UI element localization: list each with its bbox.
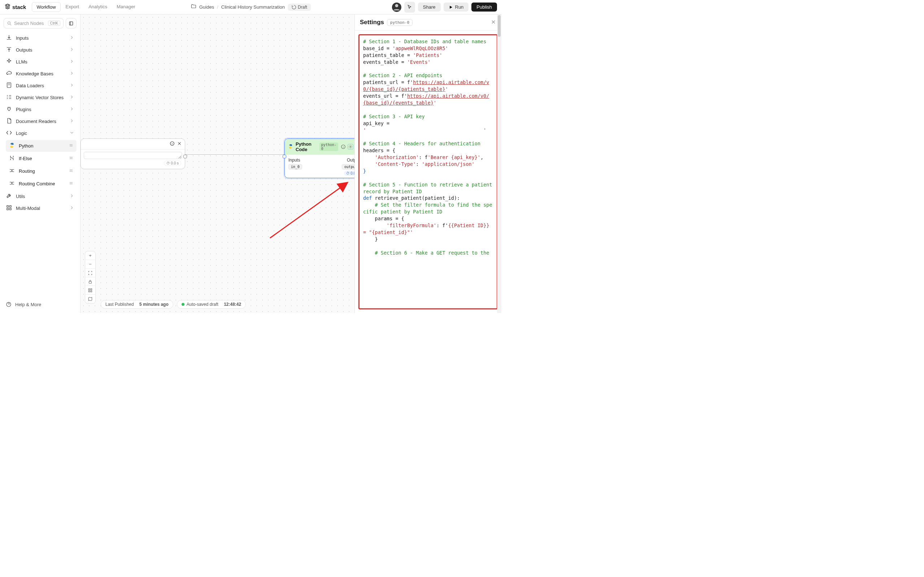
info-icon[interactable] <box>340 144 346 150</box>
node-content-area[interactable] <box>84 152 182 159</box>
breadcrumb: Guides / Clinical History Summarization … <box>191 3 311 11</box>
python-node[interactable]: Python Code python-0 Inputs in_0 Output … <box>284 139 354 178</box>
settings-panel: Settings python-0 # Section 1 - Database… <box>354 15 501 313</box>
share-button[interactable]: Share <box>418 3 441 11</box>
info-icon[interactable] <box>170 141 175 147</box>
sidebar-item-inputs[interactable]: Inputs <box>3 32 76 44</box>
svg-rect-2 <box>7 82 11 88</box>
edge[interactable] <box>185 154 284 155</box>
folder-icon <box>191 3 196 10</box>
canvas[interactable]: ⏱ 0.0 s Python Code python-0 Inputs in_0 <box>81 15 354 313</box>
brand-logo: stack <box>4 3 26 11</box>
sidebar-subitem-routing[interactable]: Routing <box>6 165 76 177</box>
sidebar-subitem-routing-combine[interactable]: Routing Combine <box>6 178 76 190</box>
svg-rect-14 <box>89 291 90 292</box>
sidebar-item-plugins[interactable]: Plugins <box>3 103 76 115</box>
help-button[interactable]: Help & More <box>3 299 76 309</box>
route-icon <box>9 167 15 175</box>
chevron-right-icon <box>69 35 74 41</box>
sidebar-item-utils[interactable]: Utils <box>3 190 76 202</box>
sidebar-item-outputs[interactable]: Outputs <box>3 44 76 56</box>
close-icon[interactable] <box>491 19 496 26</box>
sidebar-item-multi-modal[interactable]: Multi-Modal <box>3 202 76 214</box>
svg-rect-4 <box>10 206 11 207</box>
tab-manager[interactable]: Manager <box>112 2 139 12</box>
auto-saved-pill: Auto-saved draft 12:48:42 <box>177 300 246 309</box>
grip-icon[interactable] <box>69 143 74 149</box>
node-timing: ⏱ 0.0 s <box>344 171 354 176</box>
sidebar-item-llms[interactable]: LLMs <box>3 56 76 68</box>
output-port-label: output <box>342 164 354 169</box>
fit-button[interactable] <box>85 269 95 277</box>
topbar-right: Share Run Publish <box>392 2 497 13</box>
last-published-pill: Last Published 5 minutes ago <box>101 300 173 309</box>
tab-analytics[interactable]: Analytics <box>84 2 111 12</box>
svg-rect-1 <box>69 22 73 25</box>
minimap-button[interactable] <box>85 286 95 295</box>
svg-rect-13 <box>90 288 92 290</box>
collapse-sidebar-button[interactable] <box>66 18 76 29</box>
svg-rect-15 <box>90 291 92 292</box>
settings-node-tag: python-0 <box>387 19 412 26</box>
sidebar: Search Nodes CtrlK Inputs Outputs LLMs K… <box>0 15 81 313</box>
avatar[interactable] <box>392 3 401 12</box>
tab-workflow[interactable]: Workflow <box>32 2 60 12</box>
publish-button[interactable]: Publish <box>472 3 497 11</box>
cursor-mode-button[interactable] <box>404 2 415 13</box>
sidebar-item-knowledge-bases[interactable]: Knowledge Bases <box>3 68 76 80</box>
database-icon <box>6 82 12 89</box>
sidebar-item-logic[interactable]: Logic <box>3 127 76 139</box>
svg-rect-6 <box>10 208 11 210</box>
search-input[interactable]: Search Nodes CtrlK <box>3 18 63 29</box>
code-icon <box>6 129 12 137</box>
download-icon <box>6 34 12 42</box>
outputs-label: Output <box>347 158 354 163</box>
run-button[interactable]: Run <box>444 3 469 11</box>
status-dot-icon <box>181 303 184 306</box>
input-port-label: in_0 <box>288 164 302 169</box>
lock-button[interactable] <box>85 277 95 286</box>
cloud-icon <box>6 70 12 77</box>
wrench-icon <box>6 193 12 200</box>
sparkle-icon <box>6 58 12 66</box>
close-icon[interactable] <box>177 141 182 147</box>
code-editor[interactable]: # Section 1 - Database IDs and table nam… <box>359 34 498 309</box>
upstream-node[interactable]: ⏱ 0.0 s <box>81 139 185 169</box>
settings-title: Settings <box>360 19 384 26</box>
nav-tabs: Workflow Export Analytics Manager <box>32 2 139 12</box>
scrollbar-thumb[interactable] <box>498 15 501 37</box>
stack-icon <box>4 3 11 11</box>
svg-rect-3 <box>7 206 9 207</box>
sidebar-item-document-readers[interactable]: Document Readers <box>3 115 76 127</box>
breadcrumb-page[interactable]: Clinical History Summarization <box>221 4 285 10</box>
brand-text: stack <box>12 4 26 10</box>
breadcrumb-folder[interactable]: Guides <box>199 4 214 10</box>
sidebar-subitem-python[interactable]: Python <box>6 140 76 152</box>
sidebar-item-data-loaders[interactable]: Data Loaders <box>3 80 76 92</box>
zoom-out-button[interactable]: − <box>85 260 95 269</box>
map-button[interactable] <box>85 295 95 303</box>
grid-icon <box>6 205 12 212</box>
output-port[interactable] <box>183 155 187 158</box>
search-icon <box>7 21 12 26</box>
sidebar-subitem-if-else[interactable]: If-Else <box>6 153 76 164</box>
node-id-tag: python-0 <box>320 142 338 151</box>
gear-icon[interactable] <box>347 144 353 150</box>
zoom-controls: + − <box>85 251 96 304</box>
node-timing: ⏱ 0.0 s <box>164 161 181 166</box>
svg-point-10 <box>350 147 351 148</box>
svg-rect-12 <box>89 288 90 290</box>
svg-point-0 <box>8 22 10 24</box>
chevron-down-icon <box>69 130 74 136</box>
branch-icon <box>9 155 15 162</box>
sidebar-item-dynamic-vector-stores[interactable]: Dynamic Vector Stores <box>3 92 76 103</box>
tab-export[interactable]: Export <box>61 2 84 12</box>
draft-badge[interactable]: Draft <box>288 3 311 11</box>
scrollbar[interactable] <box>497 15 501 313</box>
breadcrumb-separator: / <box>217 4 218 10</box>
node-title: Python Code <box>296 141 317 152</box>
svg-rect-11 <box>89 281 92 283</box>
zoom-in-button[interactable]: + <box>85 251 95 260</box>
list-icon <box>6 94 12 102</box>
input-port[interactable] <box>283 155 286 158</box>
